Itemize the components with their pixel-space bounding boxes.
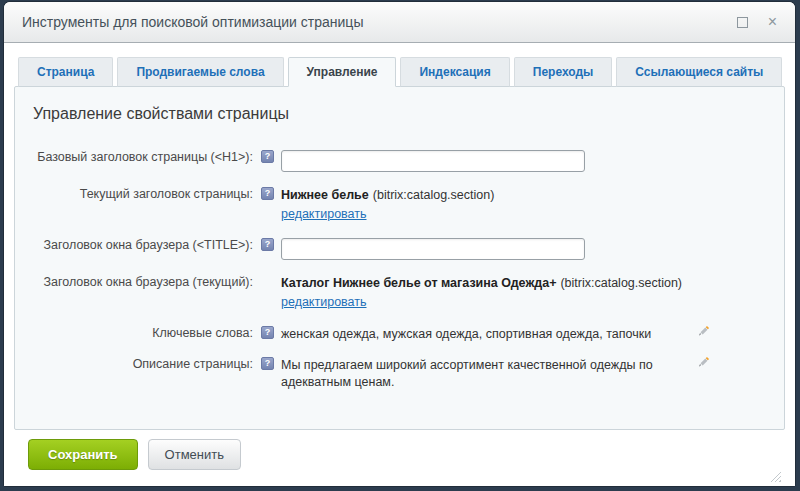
tab-page[interactable]: Страница [18, 57, 113, 87]
description-value: Мы предлагаем широкий ассортимент качест… [281, 354, 685, 391]
management-panel: Управление свойствами страницы Базовый з… [14, 86, 785, 430]
row-base-h1: Базовый заголовок страницы (<H1>): ? [33, 147, 766, 172]
edit-current-title-link[interactable]: редактировать [281, 206, 367, 223]
help-icon[interactable]: ? [261, 326, 274, 339]
current-title-component: (bitrix:catalog.section) [373, 188, 495, 202]
tab-promoted-words[interactable]: Продвигаемые слова [117, 57, 283, 87]
save-button[interactable]: Сохранить [28, 439, 138, 470]
current-title-label: Текущий заголовок страницы: [33, 184, 253, 201]
edit-pencil-icon[interactable] [697, 325, 710, 341]
row-description: Описание страницы: ? Мы предлагаем широк… [33, 354, 766, 391]
current-title-value: Нижнее белье [281, 188, 369, 202]
row-keywords: Ключевые слова: ? женская одежда, мужска… [33, 323, 766, 343]
dialog-footer: Сохранить Отменить [14, 430, 785, 486]
window-title-current-component: (bitrix:catalog.section) [560, 276, 682, 290]
resize-grip[interactable] [769, 470, 781, 482]
close-icon[interactable]: × [768, 14, 777, 30]
edit-window-title-link[interactable]: редактировать [281, 294, 367, 311]
dialog-body: Страница Продвигаемые слова Управление И… [4, 43, 795, 486]
help-icon[interactable]: ? [261, 150, 274, 163]
window-title-input[interactable] [281, 238, 585, 260]
row-window-title-current: Заголовок окна браузера (текущий): Катал… [33, 272, 766, 311]
cancel-button[interactable]: Отменить [148, 439, 241, 470]
row-current-title: Текущий заголовок страницы: ? Нижнее бел… [33, 184, 766, 223]
panel-heading: Управление свойствами страницы [33, 105, 766, 123]
window-title-current-label: Заголовок окна браузера (текущий): [33, 272, 253, 289]
window-title-current-value: Каталог Нижнее белье от магазина Одежда+ [281, 276, 556, 290]
keywords-label: Ключевые слова: [33, 323, 253, 340]
dialog-title: Инструменты для поисковой оптимизации ст… [22, 14, 363, 30]
edit-pencil-icon[interactable] [697, 356, 710, 372]
page-properties-form: Базовый заголовок страницы (<H1>): ? Тек… [33, 147, 766, 391]
base-h1-label: Базовый заголовок страницы (<H1>): [33, 147, 253, 164]
keywords-value: женская одежда, мужская одежда, спортивн… [281, 323, 685, 343]
tab-management[interactable]: Управление [288, 57, 397, 87]
tab-bar: Страница Продвигаемые слова Управление И… [18, 57, 785, 87]
help-icon[interactable]: ? [261, 357, 274, 370]
dialog-titlebar: Инструменты для поисковой оптимизации ст… [4, 2, 795, 43]
base-h1-input[interactable] [281, 150, 585, 172]
seo-tools-dialog: Инструменты для поисковой оптимизации ст… [4, 2, 795, 486]
tab-indexing[interactable]: Индексация [400, 57, 509, 87]
description-label: Описание страницы: [33, 354, 253, 371]
window-controls: × [737, 14, 777, 30]
tab-transitions[interactable]: Переходы [514, 57, 613, 87]
maximize-icon[interactable] [737, 17, 748, 28]
help-icon[interactable]: ? [261, 238, 274, 251]
help-icon[interactable]: ? [261, 187, 274, 200]
row-window-title: Заголовок окна браузера (<TITLE>): ? [33, 235, 766, 260]
window-title-label: Заголовок окна браузера (<TITLE>): [33, 235, 253, 252]
tab-referring-sites[interactable]: Ссылающиеся сайты [616, 57, 782, 87]
